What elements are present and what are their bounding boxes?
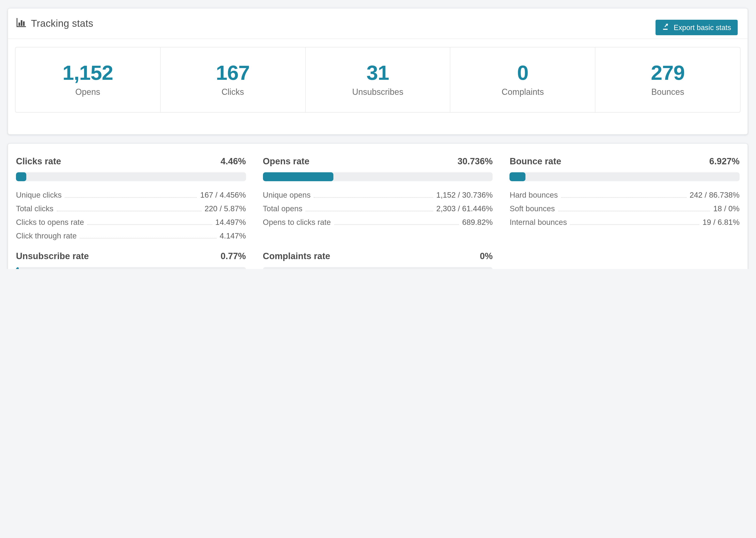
clicks-rate-title: Clicks rate — [16, 156, 61, 167]
metric-value: 14.497% — [215, 218, 246, 227]
export-button-label: Export basic stats — [674, 23, 731, 32]
unsubscribe-rate-value: 0.77% — [221, 251, 246, 261]
complaints-rate-title: Complaints rate — [263, 251, 330, 261]
page-title: Tracking stats — [16, 9, 93, 38]
opens-rate-progressbar — [263, 172, 493, 181]
bounces-count: 279 — [651, 62, 685, 83]
dotted-leader — [558, 211, 710, 211]
clicks-rate-progressbar — [16, 172, 246, 181]
dotted-leader — [306, 211, 433, 211]
opens-count: 1,152 — [63, 62, 113, 83]
page-title-text: Tracking stats — [31, 18, 93, 29]
stat-unsubscribes: 31 Unsubscribes — [305, 47, 451, 112]
bounce-rate-block: Bounce rate 6.927% Hard bounces242 / 86.… — [510, 156, 739, 245]
bounce-rate-title: Bounce rate — [510, 156, 561, 167]
metric-label: Total opens — [263, 204, 302, 213]
stat-complaints: 0 Complaints — [451, 47, 596, 112]
metric-value: 1,152 / 30.736% — [436, 190, 493, 199]
stat-clicks: 167 Clicks — [161, 47, 306, 112]
clicks-label: Clicks — [221, 87, 244, 97]
opens-label: Opens — [75, 87, 100, 97]
clicks-rate-block: Clicks rate 4.46% Unique clicks167 / 4.4… — [16, 156, 246, 245]
bounce-rate-value: 6.927% — [709, 156, 739, 167]
metric-label: Opens to clicks rate — [263, 218, 331, 227]
dotted-leader — [334, 224, 459, 225]
dotted-leader — [314, 197, 433, 198]
bounce-rate-progressbar — [510, 172, 739, 181]
tracking-stats-card: Tracking stats Export basic stats 1,1 — [8, 8, 748, 135]
stat-opens: 1,152 Opens — [16, 47, 161, 112]
opens-rate-block: Opens rate 30.736% Unique opens1,152 / 3… — [263, 156, 493, 245]
dotted-leader — [570, 224, 699, 225]
bar-chart-icon — [16, 17, 26, 30]
unsubscribe-rate-title: Unsubscribe rate — [16, 251, 89, 261]
summary-stats-row: 1,152 Opens 167 Clicks 31 Unsubscribes 0… — [15, 47, 740, 113]
complaints-count: 0 — [517, 62, 528, 83]
metric-value: 19 / 6.81% — [702, 218, 739, 227]
metric-value: 220 / 5.87% — [204, 204, 246, 213]
complaints-rate-progressbar — [263, 267, 493, 269]
dotted-leader — [57, 211, 201, 211]
metric-value: 167 / 4.456% — [200, 190, 246, 199]
unsubscribes-label: Unsubscribes — [352, 87, 404, 97]
metric-value: 689.82% — [462, 218, 493, 227]
complaints-rate-value: 0% — [480, 251, 493, 261]
dotted-leader — [65, 197, 197, 198]
unsubscribe-rate-block: Unsubscribe rate 0.77% Unsubscribes31 — [16, 251, 246, 269]
metric-label: Hard bounces — [510, 190, 558, 199]
metric-value: 2,303 / 61.446% — [436, 204, 493, 213]
metric-label: Soft bounces — [510, 204, 555, 213]
tracking-stats-header: Tracking stats Export basic stats — [8, 9, 747, 39]
tracking-stats-page: Tracking stats Export basic stats 1,1 — [0, 0, 756, 269]
opens-rate-title: Opens rate — [263, 156, 309, 167]
metric-label: Unique opens — [263, 190, 311, 199]
metric-value: 18 / 0% — [713, 204, 739, 213]
metric-label: Click through rate — [16, 232, 77, 241]
clicks-count: 167 — [216, 62, 249, 83]
metric-value: 242 / 86.738% — [689, 190, 739, 199]
metric-label: Internal bounces — [510, 218, 567, 227]
unsubscribe-rate-progressbar — [16, 267, 246, 269]
metric-label: Total clicks — [16, 204, 54, 213]
rates-card: Clicks rate 4.46% Unique clicks167 / 4.4… — [8, 143, 748, 269]
clicks-rate-value: 4.46% — [221, 156, 246, 167]
metric-label: Clicks to opens rate — [16, 218, 84, 227]
complaints-rate-block: Complaints rate 0% Complaints0 — [263, 251, 493, 269]
metric-value: 4.147% — [220, 232, 246, 241]
export-icon — [662, 23, 670, 32]
metric-label: Unique clicks — [16, 190, 62, 199]
stat-bounces: 279 Bounces — [595, 47, 740, 112]
export-basic-stats-button[interactable]: Export basic stats — [655, 20, 738, 35]
dotted-leader — [80, 238, 216, 239]
bounces-label: Bounces — [651, 87, 684, 97]
opens-rate-value: 30.736% — [458, 156, 493, 167]
dotted-leader — [87, 224, 212, 225]
unsubscribes-count: 31 — [366, 62, 389, 83]
dotted-leader — [561, 197, 686, 198]
complaints-label: Complaints — [502, 87, 544, 97]
